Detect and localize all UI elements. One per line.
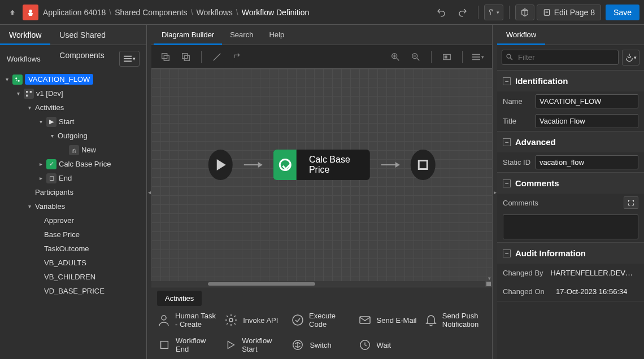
canvas-resize-handle[interactable]: ▾ xyxy=(488,275,491,281)
breadcrumb: Application 64018\ Shared Components\ Wo… xyxy=(43,8,309,17)
filter-input[interactable] xyxy=(502,50,619,65)
svg-rect-4 xyxy=(124,61,132,62)
tab-help[interactable]: Help xyxy=(261,25,292,45)
check-circle-icon xyxy=(290,313,304,327)
svg-rect-13 xyxy=(182,53,188,58)
comments-expand-button[interactable] xyxy=(624,196,638,209)
pal-human-task[interactable]: Human Task - Create xyxy=(157,312,219,329)
title-label: Title xyxy=(503,117,531,125)
tree-var-baseprice[interactable]: Base Price xyxy=(0,227,146,242)
tb-send-back-button[interactable] xyxy=(157,49,174,65)
app-icon xyxy=(23,5,38,20)
tree-activities-folder[interactable]: ▾Activities xyxy=(0,100,146,115)
svg-rect-20 xyxy=(472,59,480,60)
tree-start-activity[interactable]: ▾▶Start xyxy=(0,115,146,129)
pal-invoke-api[interactable]: Invoke API xyxy=(224,312,286,329)
staticid-input[interactable] xyxy=(536,155,638,169)
node-start[interactable] xyxy=(208,150,233,180)
section-advanced-header[interactable]: −Advanced xyxy=(497,132,644,152)
tree-var-taskoutcome[interactable]: TaskOutcome xyxy=(0,242,146,256)
tree-var-approver[interactable]: Approver xyxy=(0,213,146,227)
name-input[interactable] xyxy=(536,94,638,108)
svg-rect-9 xyxy=(26,94,28,96)
switch-icon xyxy=(290,338,305,352)
tree-var-vbadults[interactable]: VB_ADULTS xyxy=(0,256,146,270)
up-nav-button[interactable] xyxy=(5,5,20,20)
pal-workflow-end[interactable]: Workflow End xyxy=(157,336,219,353)
crumb-shared[interactable]: Shared Components xyxy=(115,8,187,17)
tree-participants[interactable]: Participants xyxy=(0,185,146,199)
tab-search[interactable]: Search xyxy=(222,25,261,45)
tree-root-vacation-flow[interactable]: ▾VACATION_FLOW xyxy=(0,72,146,86)
utilities-menu-button[interactable]: ▾ xyxy=(484,5,503,20)
tree-new-branch[interactable]: ⎌New xyxy=(0,143,146,157)
tree-version[interactable]: ▾v1 [Dev] xyxy=(0,86,146,100)
comments-textarea[interactable] xyxy=(503,214,638,239)
tab-diagram-builder[interactable]: Diagram Builder xyxy=(154,25,222,45)
svg-rect-19 xyxy=(472,56,480,58)
tb-zoom-out-button[interactable] xyxy=(407,49,424,65)
tb-layout-menu-button[interactable]: ▾ xyxy=(469,49,486,65)
svg-rect-3 xyxy=(124,58,132,59)
svg-rect-12 xyxy=(184,55,189,60)
left-panel-title: Workflows xyxy=(7,55,41,63)
play-icon xyxy=(224,338,237,352)
tree-menu-button[interactable]: ▾ xyxy=(119,51,140,67)
tree-outgoing[interactable]: ▾Outgoing xyxy=(0,129,146,143)
changedon-value: 17-Oct-2023 16:56:34 xyxy=(556,285,627,298)
tree-variables-folder[interactable]: ▾Variables xyxy=(0,199,146,213)
svg-point-28 xyxy=(507,54,511,58)
comments-label: Comments xyxy=(503,199,551,207)
svg-rect-18 xyxy=(472,54,480,55)
node-activity-label: Calc Base Price xyxy=(297,155,370,175)
check-icon: ✓ xyxy=(46,159,56,169)
pal-send-email[interactable]: Send E-Mail xyxy=(358,312,420,329)
pal-switch[interactable]: Switch xyxy=(290,336,353,353)
square-icon xyxy=(157,338,171,352)
section-comments-header[interactable]: −Comments xyxy=(497,173,644,194)
section-audit-header[interactable]: −Audit Information xyxy=(497,243,644,264)
crumb-app[interactable]: Application 64018 xyxy=(43,8,106,17)
node-end[interactable] xyxy=(411,150,436,180)
undo-button[interactable] xyxy=(432,5,451,20)
svg-rect-17 xyxy=(445,56,447,58)
tb-fit-button[interactable] xyxy=(438,49,455,65)
tb-line-button[interactable] xyxy=(208,49,225,65)
edit-page-button[interactable]: Edit Page 8 xyxy=(537,5,601,20)
save-button[interactable]: Save xyxy=(606,5,639,20)
collapse-right-handle[interactable]: ▸ xyxy=(493,25,497,359)
edge-calc-end[interactable] xyxy=(381,164,399,165)
crumb-workflows[interactable]: Workflows xyxy=(197,8,233,17)
svg-rect-25 xyxy=(160,342,168,349)
tb-connector-button[interactable] xyxy=(229,49,246,65)
changedby-value: HARTENFELLER.DEV@GMA xyxy=(550,266,638,279)
title-input[interactable] xyxy=(536,114,638,128)
shared-comp-button[interactable] xyxy=(515,5,534,20)
collapse-left-handle[interactable]: ◂ xyxy=(147,25,151,359)
redo-button[interactable] xyxy=(453,5,472,20)
mail-icon xyxy=(358,313,372,327)
canvas-hscrollbar[interactable] xyxy=(151,281,485,287)
node-calc-base-price[interactable]: Calc Base Price xyxy=(273,150,370,180)
right-tab-workflow[interactable]: Workflow xyxy=(497,25,545,45)
tree-calc-activity[interactable]: ▸✓Calc Base Price xyxy=(0,157,146,171)
svg-rect-7 xyxy=(26,91,28,93)
palette-tab-activities[interactable]: Activities xyxy=(157,291,202,306)
pal-workflow-start[interactable]: Workflow Start xyxy=(224,336,286,353)
tree-var-vdbaseprice[interactable]: VD_BASE_PRICE xyxy=(0,284,146,298)
tree-var-vbchildren[interactable]: VB_CHILDREN xyxy=(0,270,146,284)
tb-bring-front-button[interactable] xyxy=(177,49,194,65)
pal-execute-code[interactable]: Execute Code xyxy=(290,312,353,329)
pal-wait[interactable]: Wait xyxy=(358,336,420,353)
svg-point-22 xyxy=(229,318,233,322)
svg-point-23 xyxy=(293,315,303,325)
left-tab-workflow[interactable]: Workflow xyxy=(0,25,50,45)
edge-start-calc[interactable] xyxy=(244,164,262,165)
tree-end-activity[interactable]: ▸◻End xyxy=(0,171,146,185)
diagram-canvas[interactable]: Calc Base Price ▾ xyxy=(151,69,492,287)
tb-zoom-in-button[interactable] xyxy=(387,49,404,65)
section-identification-header[interactable]: −Identification xyxy=(497,71,644,91)
left-tab-used-shared[interactable]: Used Shared Components xyxy=(50,25,146,45)
pal-push-notif[interactable]: Send Push Notification xyxy=(424,312,486,329)
pin-menu-button[interactable]: ▾ xyxy=(622,50,639,65)
